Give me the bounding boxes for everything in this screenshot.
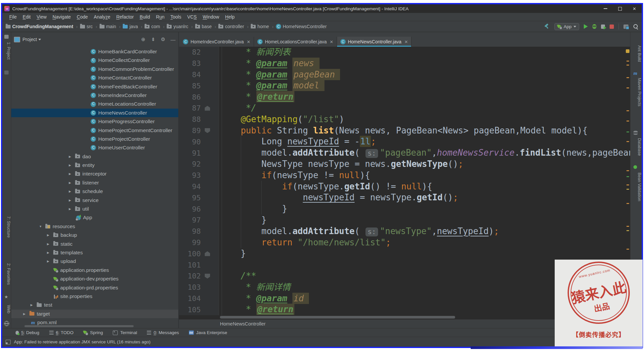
tree-item-homecollectcontroller[interactable]: CHomeCollectController (11, 56, 178, 65)
chevron-collapsed-icon[interactable]: ▶ (47, 231, 52, 239)
tree-item-homenewscontroller[interactable]: CHomeNewsController (11, 109, 178, 117)
tree-item-static[interactable]: ▶static (11, 240, 178, 248)
line-number-91[interactable]: 91 (179, 149, 201, 157)
tree-item-site-properties[interactable]: site.properties (11, 292, 178, 301)
chevron-collapsed-icon[interactable]: ▶ (23, 310, 28, 318)
line-number-82[interactable]: 82 (179, 48, 201, 56)
locate-icon[interactable]: ⊕ (141, 36, 146, 42)
collapse-all-icon[interactable]: ⇟ (150, 36, 156, 42)
tree-item-entity[interactable]: ▶entity (11, 161, 178, 170)
menu-item-vcs[interactable]: VCS (184, 14, 200, 20)
tree-item-app[interactable]: App (11, 213, 178, 222)
chevron-collapsed-icon[interactable]: ▶ (47, 257, 52, 266)
line-number-86[interactable]: 86 (179, 93, 201, 101)
fold-marker[interactable] (205, 274, 210, 278)
tab-homelocationscontroller-java[interactable]: CHomeLocationsController.java✕ (254, 37, 337, 47)
chevron-collapsed-icon[interactable]: ▶ (69, 152, 73, 161)
tree-item-homelocationscontroller[interactable]: CHomeLocationsController (11, 100, 178, 108)
toolwindow-button-0-messages[interactable]: 0: Messages (147, 330, 179, 335)
toolwindow-toggle-icon[interactable] (6, 340, 11, 344)
chevron-collapsed-icon[interactable]: ▶ (69, 178, 73, 187)
close-tab-icon[interactable]: ✕ (247, 39, 250, 44)
breadcrumb-item-main[interactable]: main (100, 24, 116, 29)
error-stripe-mark[interactable] (626, 131, 629, 132)
menu-item-file[interactable]: File (6, 14, 20, 20)
line-number-103[interactable]: 103 (179, 283, 201, 291)
error-stripe-mark[interactable] (626, 77, 629, 78)
tool-strip-label-1-project[interactable]: 1: Project (2, 42, 11, 60)
breadcrumb-item-src[interactable]: src (80, 24, 93, 29)
tool-strip-label-maven-projects[interactable]: Maven Projects (630, 78, 642, 106)
database-icon[interactable] (633, 131, 638, 135)
close-tab-icon[interactable]: ✕ (330, 39, 333, 44)
error-stripe-mark[interactable] (626, 189, 629, 190)
maven-icon[interactable]: m (633, 71, 637, 76)
tree-item-listener[interactable]: ▶listener (11, 178, 178, 187)
tree-item-test[interactable]: ▶test (11, 301, 178, 309)
menu-item-run[interactable]: Run (153, 14, 168, 20)
minimize-button[interactable] (598, 4, 613, 13)
toolwindow-icon[interactable] (4, 35, 9, 39)
breadcrumb-item-yuanlrc[interactable]: yuanlrc (167, 24, 188, 29)
maximize-button[interactable] (613, 4, 627, 13)
panel-icon[interactable] (4, 71, 9, 75)
tree-item-util[interactable]: ▶util (11, 205, 178, 213)
run-configuration-select[interactable]: App (554, 23, 579, 30)
error-stripe-mark[interactable] (626, 49, 629, 53)
chevron-down-icon[interactable] (38, 39, 41, 40)
breadcrumb-item-base[interactable]: base (195, 24, 212, 29)
search-everywhere-icon[interactable] (633, 24, 638, 29)
breadcrumb-item-home[interactable]: home (251, 24, 269, 29)
tree-item-upload[interactable]: ▶upload (11, 257, 178, 266)
error-stripe-mark[interactable] (626, 65, 629, 66)
line-number-99[interactable]: 99 (179, 238, 201, 247)
breadcrumb-item-java[interactable]: java (123, 24, 138, 29)
debug-button[interactable] (592, 24, 596, 29)
line-number-94[interactable]: 94 (179, 182, 201, 191)
toolwindow-button-6-todo[interactable]: 6: TODO (49, 330, 74, 335)
breadcrumb-item-crowdfundingmanagement[interactable]: CrowdFundingManagement (6, 24, 73, 29)
menu-item-edit[interactable]: Edit (20, 14, 34, 20)
line-number-85[interactable]: 85 (179, 82, 201, 90)
menu-item-help[interactable]: Help (222, 14, 238, 20)
line-number-98[interactable]: 98 (179, 227, 201, 235)
tree-item-homeprojectcontroller[interactable]: CHomeProjectController (11, 135, 178, 143)
editor-gutter[interactable]: 8283848586878889909192939495969798991001… (179, 47, 219, 315)
tool-strip-label-7-structure[interactable]: 7: Structure (2, 216, 11, 238)
tree-item-target[interactable]: ▶target (11, 310, 178, 318)
chevron-collapsed-icon[interactable]: ▶ (47, 240, 52, 248)
line-number-95[interactable]: 95 (179, 194, 201, 202)
tree-item-homeprogresscontroller[interactable]: CHomeProgressController (11, 117, 178, 126)
tab-homeindexcontroller-java[interactable]: CHomeIndexController.java✕ (180, 37, 254, 47)
tree-item-application-dev-properties[interactable]: application-dev.properties (11, 275, 178, 283)
chevron-collapsed-icon[interactable]: ▶ (69, 205, 73, 213)
chevron-collapsed-icon[interactable]: ▶ (69, 196, 73, 205)
tree-item-templates[interactable]: ▶templates (11, 248, 178, 257)
line-number-88[interactable]: 88 (179, 115, 201, 124)
chevron-collapsed-icon[interactable]: ▶ (47, 248, 52, 257)
fold-marker[interactable] (205, 251, 210, 256)
menu-item-tools[interactable]: Tools (167, 14, 184, 20)
tree-item-homebankcardcontroller[interactable]: CHomeBankCardController (11, 47, 178, 56)
tree-item-dao[interactable]: ▶dao (11, 152, 178, 161)
line-number-102[interactable]: 102 (179, 272, 201, 280)
tree-item-service[interactable]: ▶service (11, 196, 178, 205)
line-number-100[interactable]: 100 (179, 250, 201, 258)
tool-strip-label-2-favorites[interactable]: 2: Favorites (2, 263, 11, 285)
toolwindow-button-spring[interactable]: Spring (83, 330, 103, 335)
editor-breadcrumb-item[interactable]: HomeNewsController (220, 321, 266, 326)
menu-item-navigate[interactable]: Navigate (50, 14, 74, 20)
line-number-83[interactable]: 83 (179, 59, 201, 68)
tree-item-application-properties[interactable]: application.properties (11, 266, 178, 275)
line-number-104[interactable]: 104 (179, 294, 201, 303)
error-stripe-mark[interactable] (626, 110, 629, 111)
tree-item-homeprojectcommentcontroller[interactable]: CHomeProjectCommentController (11, 126, 178, 135)
line-number-84[interactable]: 84 (179, 71, 201, 79)
menu-item-build[interactable]: Build (137, 14, 153, 20)
editor-hscrollbar-thumb[interactable] (220, 316, 455, 319)
menu-item-window[interactable]: Window (200, 14, 222, 20)
fold-marker[interactable] (205, 128, 210, 133)
tree-item-homeindexcontroller[interactable]: CHomeIndexController (11, 91, 178, 100)
breadcrumb-item-homenewscontroller[interactable]: CHomeNewsController (276, 24, 327, 29)
menu-item-view[interactable]: View (34, 14, 50, 20)
